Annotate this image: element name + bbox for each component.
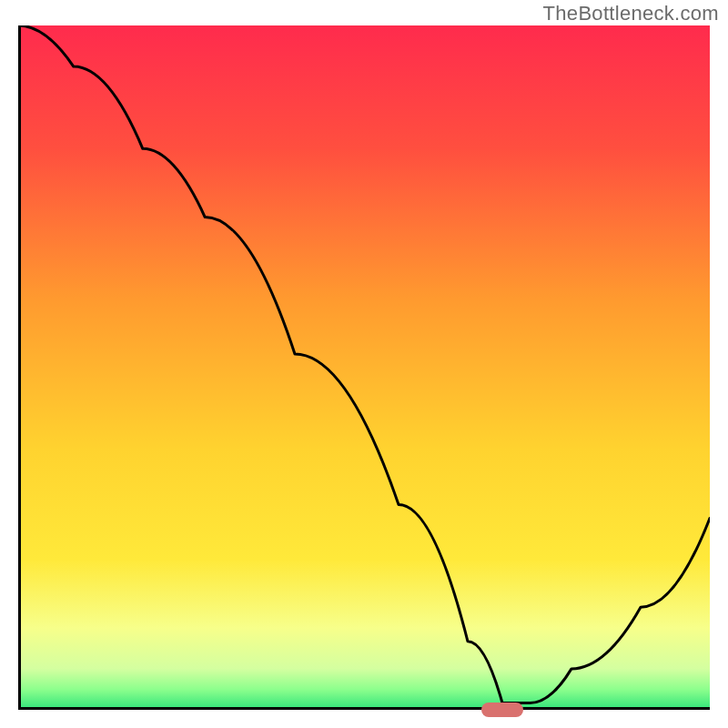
watermark-text: TheBottleneck.com xyxy=(543,2,719,25)
svg-rect-0 xyxy=(18,25,710,710)
chart-background xyxy=(18,25,710,710)
optimal-marker xyxy=(481,703,523,717)
chart-stage: TheBottleneck.com xyxy=(0,0,728,728)
